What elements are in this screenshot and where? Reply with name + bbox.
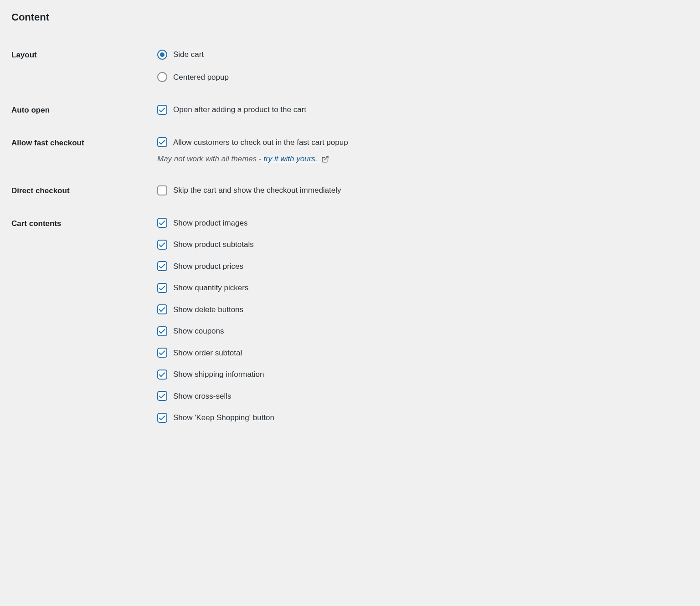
description-allow-fast-checkout: May not work with all themes - try it wi…: [157, 154, 684, 164]
external-link-icon: [321, 155, 329, 163]
checkbox-cart-contents-1[interactable]: [157, 240, 167, 250]
checkbox-cart-contents-3[interactable]: [157, 283, 167, 293]
checkbox-option-allow-fast-checkout[interactable]: Allow customers to check out in the fast…: [157, 137, 684, 149]
checkbox-label-auto-open: Open after adding a product to the cart: [173, 104, 306, 116]
checkbox-cart-contents-2[interactable]: [157, 261, 167, 271]
checkbox-label-cart-contents-1: Show product subtotals: [173, 239, 254, 251]
row-allow-fast-checkout: Allow fast checkout Allow customers to c…: [11, 127, 689, 175]
checkbox-auto-open[interactable]: [157, 105, 167, 115]
cart-contents-list: Show product imagesShow product subtotal…: [157, 208, 689, 435]
checkbox-option-cart-contents-6[interactable]: Show order subtotal: [157, 347, 684, 359]
checkbox-label-cart-contents-7: Show shipping information: [173, 369, 264, 380]
checkbox-label-cart-contents-2: Show product prices: [173, 261, 243, 272]
radio-label-centered-popup: Centered popup: [173, 72, 229, 83]
section-title: Content: [11, 11, 689, 23]
svg-line-0: [324, 156, 328, 160]
row-direct-checkout: Direct checkout Skip the cart and show t…: [11, 175, 689, 208]
checkbox-label-direct-checkout: Skip the cart and show the checkout imme…: [173, 185, 341, 196]
checkbox-label-cart-contents-0: Show product images: [173, 217, 247, 229]
checkbox-option-cart-contents-0[interactable]: Show product images: [157, 217, 684, 229]
settings-section-content: Content Layout Side cart Centered popup: [0, 0, 700, 453]
checkbox-cart-contents-0[interactable]: [157, 218, 167, 228]
row-cart-contents: Cart contents Show product imagesShow pr…: [11, 208, 689, 435]
checkbox-option-cart-contents-1[interactable]: Show product subtotals: [157, 239, 684, 251]
checkbox-allow-fast-checkout[interactable]: [157, 137, 167, 147]
form-table: Layout Side cart Centered popup Auto ope…: [11, 39, 689, 435]
checkbox-direct-checkout[interactable]: [157, 185, 167, 195]
row-label-allow-fast-checkout: Allow fast checkout: [11, 127, 157, 175]
checkbox-cart-contents-7[interactable]: [157, 370, 167, 380]
row-label-auto-open: Auto open: [11, 94, 157, 127]
checkbox-option-direct-checkout[interactable]: Skip the cart and show the checkout imme…: [157, 185, 684, 196]
radio-option-centered-popup[interactable]: Centered popup: [157, 72, 684, 83]
checkbox-option-cart-contents-7[interactable]: Show shipping information: [157, 369, 684, 380]
checkbox-option-cart-contents-2[interactable]: Show product prices: [157, 261, 684, 272]
radio-option-side-cart[interactable]: Side cart: [157, 49, 684, 61]
checkbox-option-cart-contents-5[interactable]: Show coupons: [157, 325, 684, 337]
description-link-try-it[interactable]: try it with yours.: [263, 154, 329, 163]
checkbox-label-cart-contents-9: Show 'Keep Shopping' button: [173, 412, 274, 424]
checkbox-cart-contents-4[interactable]: [157, 304, 167, 314]
checkbox-cart-contents-5[interactable]: [157, 326, 167, 336]
description-text: May not work with all themes -: [157, 154, 263, 163]
checkbox-label-cart-contents-5: Show coupons: [173, 325, 224, 337]
checkbox-cart-contents-6[interactable]: [157, 348, 167, 358]
row-label-cart-contents: Cart contents: [11, 208, 157, 435]
checkbox-option-cart-contents-4[interactable]: Show delete buttons: [157, 304, 684, 316]
row-label-direct-checkout: Direct checkout: [11, 175, 157, 208]
row-auto-open: Auto open Open after adding a product to…: [11, 94, 689, 127]
checkbox-label-cart-contents-8: Show cross-sells: [173, 390, 232, 402]
checkbox-label-cart-contents-3: Show quantity pickers: [173, 282, 248, 294]
radio-centered-popup[interactable]: [157, 72, 167, 82]
checkbox-label-allow-fast-checkout: Allow customers to check out in the fast…: [173, 137, 348, 149]
radio-side-cart[interactable]: [157, 50, 167, 60]
checkbox-option-auto-open[interactable]: Open after adding a product to the cart: [157, 104, 684, 116]
row-layout: Layout Side cart Centered popup: [11, 39, 689, 94]
checkbox-cart-contents-9[interactable]: [157, 413, 167, 423]
checkbox-cart-contents-8[interactable]: [157, 391, 167, 401]
checkbox-option-cart-contents-8[interactable]: Show cross-sells: [157, 390, 684, 402]
checkbox-option-cart-contents-3[interactable]: Show quantity pickers: [157, 282, 684, 294]
checkbox-label-cart-contents-4: Show delete buttons: [173, 304, 243, 316]
checkbox-option-cart-contents-9[interactable]: Show 'Keep Shopping' button: [157, 412, 684, 424]
checkbox-label-cart-contents-6: Show order subtotal: [173, 347, 242, 359]
row-label-layout: Layout: [11, 39, 157, 94]
radio-label-side-cart: Side cart: [173, 49, 204, 61]
